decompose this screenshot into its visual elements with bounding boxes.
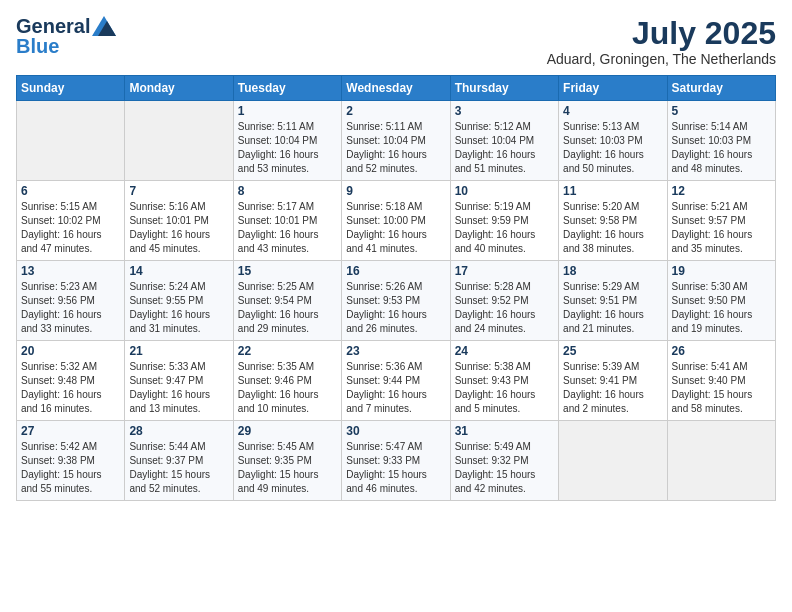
calendar-cell [559, 421, 667, 501]
weekday-header: Saturday [667, 76, 775, 101]
weekday-header: Wednesday [342, 76, 450, 101]
title-block: July 2025 Aduard, Groningen, The Netherl… [547, 16, 776, 67]
logo-subtext: Blue [16, 36, 59, 56]
day-number: 29 [238, 424, 337, 438]
calendar-cell: 17Sunrise: 5:28 AM Sunset: 9:52 PM Dayli… [450, 261, 558, 341]
weekday-header: Monday [125, 76, 233, 101]
calendar-cell: 16Sunrise: 5:26 AM Sunset: 9:53 PM Dayli… [342, 261, 450, 341]
day-number: 6 [21, 184, 120, 198]
weekday-header: Tuesday [233, 76, 341, 101]
weekday-header: Sunday [17, 76, 125, 101]
calendar-cell: 6Sunrise: 5:15 AM Sunset: 10:02 PM Dayli… [17, 181, 125, 261]
day-number: 19 [672, 264, 771, 278]
day-info: Sunrise: 5:32 AM Sunset: 9:48 PM Dayligh… [21, 360, 120, 416]
day-info: Sunrise: 5:49 AM Sunset: 9:32 PM Dayligh… [455, 440, 554, 496]
day-number: 20 [21, 344, 120, 358]
day-number: 5 [672, 104, 771, 118]
calendar-cell: 29Sunrise: 5:45 AM Sunset: 9:35 PM Dayli… [233, 421, 341, 501]
day-number: 28 [129, 424, 228, 438]
logo-text: General [16, 16, 90, 36]
day-number: 30 [346, 424, 445, 438]
day-info: Sunrise: 5:14 AM Sunset: 10:03 PM Daylig… [672, 120, 771, 176]
calendar-cell [125, 101, 233, 181]
day-number: 14 [129, 264, 228, 278]
day-info: Sunrise: 5:15 AM Sunset: 10:02 PM Daylig… [21, 200, 120, 256]
day-info: Sunrise: 5:47 AM Sunset: 9:33 PM Dayligh… [346, 440, 445, 496]
day-number: 27 [21, 424, 120, 438]
day-info: Sunrise: 5:33 AM Sunset: 9:47 PM Dayligh… [129, 360, 228, 416]
day-number: 7 [129, 184, 228, 198]
day-info: Sunrise: 5:18 AM Sunset: 10:00 PM Daylig… [346, 200, 445, 256]
calendar-cell: 26Sunrise: 5:41 AM Sunset: 9:40 PM Dayli… [667, 341, 775, 421]
calendar-table: SundayMondayTuesdayWednesdayThursdayFrid… [16, 75, 776, 501]
day-number: 10 [455, 184, 554, 198]
calendar-cell: 18Sunrise: 5:29 AM Sunset: 9:51 PM Dayli… [559, 261, 667, 341]
calendar-cell: 23Sunrise: 5:36 AM Sunset: 9:44 PM Dayli… [342, 341, 450, 421]
day-number: 23 [346, 344, 445, 358]
day-info: Sunrise: 5:26 AM Sunset: 9:53 PM Dayligh… [346, 280, 445, 336]
day-number: 9 [346, 184, 445, 198]
calendar-cell: 19Sunrise: 5:30 AM Sunset: 9:50 PM Dayli… [667, 261, 775, 341]
day-number: 4 [563, 104, 662, 118]
day-info: Sunrise: 5:21 AM Sunset: 9:57 PM Dayligh… [672, 200, 771, 256]
month-year-title: July 2025 [547, 16, 776, 51]
day-info: Sunrise: 5:25 AM Sunset: 9:54 PM Dayligh… [238, 280, 337, 336]
day-info: Sunrise: 5:12 AM Sunset: 10:04 PM Daylig… [455, 120, 554, 176]
day-info: Sunrise: 5:13 AM Sunset: 10:03 PM Daylig… [563, 120, 662, 176]
day-info: Sunrise: 5:39 AM Sunset: 9:41 PM Dayligh… [563, 360, 662, 416]
weekday-header: Thursday [450, 76, 558, 101]
calendar-header: SundayMondayTuesdayWednesdayThursdayFrid… [17, 76, 776, 101]
day-number: 22 [238, 344, 337, 358]
calendar-cell: 28Sunrise: 5:44 AM Sunset: 9:37 PM Dayli… [125, 421, 233, 501]
calendar-cell: 31Sunrise: 5:49 AM Sunset: 9:32 PM Dayli… [450, 421, 558, 501]
weekday-header: Friday [559, 76, 667, 101]
calendar-cell: 7Sunrise: 5:16 AM Sunset: 10:01 PM Dayli… [125, 181, 233, 261]
day-info: Sunrise: 5:20 AM Sunset: 9:58 PM Dayligh… [563, 200, 662, 256]
calendar-cell: 11Sunrise: 5:20 AM Sunset: 9:58 PM Dayli… [559, 181, 667, 261]
day-info: Sunrise: 5:45 AM Sunset: 9:35 PM Dayligh… [238, 440, 337, 496]
day-number: 25 [563, 344, 662, 358]
day-info: Sunrise: 5:35 AM Sunset: 9:46 PM Dayligh… [238, 360, 337, 416]
calendar-cell: 27Sunrise: 5:42 AM Sunset: 9:38 PM Dayli… [17, 421, 125, 501]
day-number: 12 [672, 184, 771, 198]
calendar-cell: 8Sunrise: 5:17 AM Sunset: 10:01 PM Dayli… [233, 181, 341, 261]
calendar-cell: 13Sunrise: 5:23 AM Sunset: 9:56 PM Dayli… [17, 261, 125, 341]
day-info: Sunrise: 5:23 AM Sunset: 9:56 PM Dayligh… [21, 280, 120, 336]
calendar-cell: 10Sunrise: 5:19 AM Sunset: 9:59 PM Dayli… [450, 181, 558, 261]
calendar-cell: 3Sunrise: 5:12 AM Sunset: 10:04 PM Dayli… [450, 101, 558, 181]
day-number: 1 [238, 104, 337, 118]
day-info: Sunrise: 5:17 AM Sunset: 10:01 PM Daylig… [238, 200, 337, 256]
day-info: Sunrise: 5:42 AM Sunset: 9:38 PM Dayligh… [21, 440, 120, 496]
location-subtitle: Aduard, Groningen, The Netherlands [547, 51, 776, 67]
day-info: Sunrise: 5:24 AM Sunset: 9:55 PM Dayligh… [129, 280, 228, 336]
calendar-cell: 12Sunrise: 5:21 AM Sunset: 9:57 PM Dayli… [667, 181, 775, 261]
day-info: Sunrise: 5:16 AM Sunset: 10:01 PM Daylig… [129, 200, 228, 256]
day-info: Sunrise: 5:30 AM Sunset: 9:50 PM Dayligh… [672, 280, 771, 336]
day-info: Sunrise: 5:38 AM Sunset: 9:43 PM Dayligh… [455, 360, 554, 416]
logo: General Blue [16, 16, 116, 56]
day-info: Sunrise: 5:11 AM Sunset: 10:04 PM Daylig… [238, 120, 337, 176]
day-number: 17 [455, 264, 554, 278]
calendar-cell: 14Sunrise: 5:24 AM Sunset: 9:55 PM Dayli… [125, 261, 233, 341]
day-number: 11 [563, 184, 662, 198]
day-info: Sunrise: 5:41 AM Sunset: 9:40 PM Dayligh… [672, 360, 771, 416]
day-number: 21 [129, 344, 228, 358]
day-number: 18 [563, 264, 662, 278]
day-info: Sunrise: 5:19 AM Sunset: 9:59 PM Dayligh… [455, 200, 554, 256]
calendar-cell: 24Sunrise: 5:38 AM Sunset: 9:43 PM Dayli… [450, 341, 558, 421]
calendar-cell: 30Sunrise: 5:47 AM Sunset: 9:33 PM Dayli… [342, 421, 450, 501]
day-number: 31 [455, 424, 554, 438]
day-number: 26 [672, 344, 771, 358]
day-number: 24 [455, 344, 554, 358]
calendar-cell: 15Sunrise: 5:25 AM Sunset: 9:54 PM Dayli… [233, 261, 341, 341]
day-number: 3 [455, 104, 554, 118]
day-number: 16 [346, 264, 445, 278]
calendar-cell: 21Sunrise: 5:33 AM Sunset: 9:47 PM Dayli… [125, 341, 233, 421]
calendar-cell: 20Sunrise: 5:32 AM Sunset: 9:48 PM Dayli… [17, 341, 125, 421]
day-info: Sunrise: 5:29 AM Sunset: 9:51 PM Dayligh… [563, 280, 662, 336]
day-info: Sunrise: 5:28 AM Sunset: 9:52 PM Dayligh… [455, 280, 554, 336]
day-info: Sunrise: 5:44 AM Sunset: 9:37 PM Dayligh… [129, 440, 228, 496]
day-info: Sunrise: 5:11 AM Sunset: 10:04 PM Daylig… [346, 120, 445, 176]
page-header: General Blue July 2025 Aduard, Groningen… [16, 16, 776, 67]
calendar-cell: 4Sunrise: 5:13 AM Sunset: 10:03 PM Dayli… [559, 101, 667, 181]
